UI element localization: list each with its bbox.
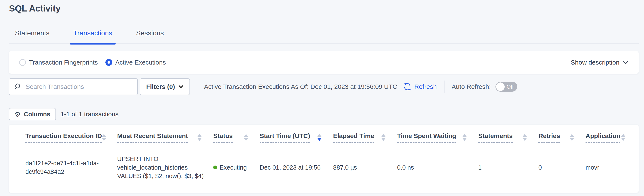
table-toolbar: ⚙ Columns 1-1 of 1 transactions	[9, 108, 639, 120]
refresh-button[interactable]: Refresh	[403, 82, 437, 91]
column-header-transaction_execution_id[interactable]: Transaction Execution ID	[26, 132, 117, 148]
search-icon	[14, 83, 22, 91]
tab-statements[interactable]: Statements	[15, 29, 50, 43]
refresh-label: Refresh	[414, 83, 437, 90]
column-header-label: Statements	[478, 132, 513, 143]
sort-arrows-icon[interactable]	[570, 132, 574, 141]
radio-active-executions[interactable]: Active Executions	[106, 59, 166, 66]
auto-refresh-label: Auto Refresh:	[452, 83, 491, 90]
sort-arrows-icon[interactable]	[522, 132, 527, 141]
cell-statements: 1	[478, 163, 538, 172]
column-header-elapsed_time[interactable]: Elapsed Time	[333, 132, 397, 148]
search-box[interactable]	[9, 78, 138, 95]
gear-icon: ⚙	[14, 111, 21, 118]
filters-label: Filters (0)	[146, 83, 175, 90]
cell-application: movr	[586, 163, 628, 172]
column-header-application[interactable]: Application	[586, 132, 628, 148]
columns-button[interactable]: ⚙ Columns	[9, 108, 56, 120]
status-text: Executing	[220, 163, 247, 172]
page-title: SQL Activity	[9, 3, 644, 14]
cell-status: Executing	[213, 163, 260, 172]
view-mode-panel: Transaction Fingerprints Active Executio…	[9, 51, 639, 74]
radio-transaction-fingerprints[interactable]: Transaction Fingerprints	[19, 59, 98, 66]
result-count: 1-1 of 1 transactions	[60, 111, 119, 118]
sort-arrows-icon[interactable]	[381, 132, 386, 141]
search-input[interactable]	[26, 83, 132, 90]
auto-refresh-toggle[interactable]: Off	[496, 82, 517, 92]
columns-label: Columns	[24, 111, 50, 118]
column-header-label: Status	[213, 132, 233, 143]
sort-arrows-icon[interactable]	[198, 132, 202, 141]
filters-button[interactable]: Filters (0)	[140, 78, 190, 95]
chevron-down-icon	[178, 85, 184, 88]
refresh-icon	[403, 82, 412, 91]
vertical-divider	[444, 81, 444, 93]
cell-most_recent_statement: UPSERT INTOvehicle_location_historiesVAL…	[117, 155, 213, 180]
cell-elapsed_time: 887.0 µs	[333, 163, 397, 172]
executing-status-dot-icon	[213, 166, 217, 169]
cell-time_spent_waiting: 0.0 ns	[397, 163, 478, 172]
cell-transaction_execution_id[interactable]: da1f21e2-de71-4c1f-a1da-dc9fc94a84a2	[26, 159, 111, 176]
controls-row: Filters (0) Active Transaction Execution…	[9, 78, 639, 95]
sort-arrows-icon[interactable]	[621, 132, 626, 141]
sort-arrows-icon[interactable]	[317, 132, 322, 141]
cell-retries: 0	[538, 163, 586, 172]
column-header-time_spent_waiting[interactable]: Time Spent Waiting	[397, 132, 478, 148]
column-header-statements[interactable]: Statements	[478, 132, 538, 148]
sort-arrows-icon[interactable]	[462, 132, 467, 141]
tab-sessions[interactable]: Sessions	[136, 29, 164, 43]
radio-unselected-icon[interactable]	[19, 59, 26, 66]
column-header-label: Elapsed Time	[333, 132, 374, 143]
toggle-knob	[496, 82, 505, 91]
show-description-button[interactable]: Show description	[571, 59, 628, 66]
as-of-timestamp: Active Transaction Executions As Of: Dec…	[204, 83, 397, 90]
transactions-table: Transaction Execution IDMost Recent Stat…	[9, 125, 639, 193]
column-header-most_recent_statement[interactable]: Most Recent Statement	[117, 132, 213, 148]
radio-selected-icon[interactable]	[106, 59, 112, 66]
column-header-label: Most Recent Statement	[117, 132, 188, 143]
show-description-label: Show description	[571, 59, 620, 66]
table-row[interactable]: da1f21e2-de71-4c1f-a1da-dc9fc94a84a2UPSE…	[26, 148, 628, 187]
sort-arrows-icon[interactable]	[244, 132, 248, 141]
column-header-status[interactable]: Status	[213, 132, 260, 148]
sql-activity-tabs: Statements Transactions Sessions	[9, 29, 639, 44]
table-header-row: Transaction Execution IDMost Recent Stat…	[26, 125, 628, 148]
sort-arrows-icon[interactable]	[102, 132, 106, 141]
column-header-retries[interactable]: Retries	[538, 132, 586, 148]
cell-start_time: Dec 01, 2023 at 19:56	[260, 163, 333, 172]
column-header-label: Retries	[538, 132, 560, 143]
column-header-label: Start Time (UTC)	[260, 132, 310, 143]
radio-label: Transaction Fingerprints	[29, 59, 98, 66]
column-header-start_time[interactable]: Start Time (UTC)	[260, 132, 333, 148]
toggle-state-label: Off	[506, 84, 514, 90]
chevron-down-icon	[623, 61, 628, 64]
tab-transactions[interactable]: Transactions	[74, 29, 112, 43]
radio-label: Active Executions	[115, 59, 166, 66]
column-header-label: Time Spent Waiting	[397, 132, 456, 143]
column-header-label: Transaction Execution ID	[26, 132, 102, 143]
column-header-label: Application	[586, 132, 620, 143]
